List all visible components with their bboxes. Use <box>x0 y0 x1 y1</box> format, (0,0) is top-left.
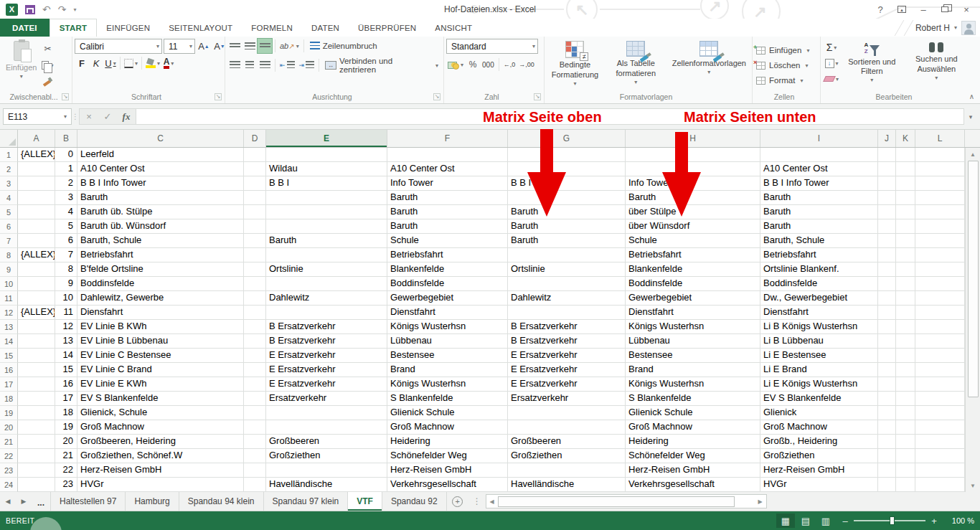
dialog-launcher-icon[interactable]: ↘ <box>215 93 222 100</box>
cell-H5[interactable]: über Stülpe <box>626 205 760 219</box>
cell-I16[interactable]: Li E Brand <box>760 363 878 377</box>
cell-G10[interactable] <box>508 277 626 291</box>
cell-L15[interactable] <box>915 349 965 363</box>
cell-E24[interactable]: Havelländische <box>266 478 387 492</box>
cell-C2[interactable]: A10 Center Ost <box>77 162 244 176</box>
shrink-font-button[interactable]: A▼ <box>212 39 227 54</box>
cell-F22[interactable]: Schönefelder Weg <box>387 449 508 463</box>
cell-D21[interactable] <box>244 435 266 449</box>
row-header-14[interactable]: 14 <box>0 334 18 349</box>
cell-J2[interactable] <box>878 162 896 176</box>
cell-D20[interactable] <box>244 420 266 435</box>
fill-color-button[interactable] <box>144 56 161 70</box>
cell-J21[interactable] <box>878 435 896 449</box>
cell-D10[interactable] <box>244 277 266 291</box>
cell-E17[interactable]: E Ersatzverkehr <box>266 377 387 392</box>
cell-A15[interactable] <box>18 349 55 363</box>
cell-G13[interactable]: B Ersatzverkehr <box>508 320 626 334</box>
sheet-tab-haltestellen-97[interactable]: Haltestellen 97 <box>50 492 126 511</box>
cell-E22[interactable]: Großziethen <box>266 449 387 463</box>
cell-D22[interactable] <box>244 449 266 463</box>
cell-E21[interactable]: Großbeeren <box>266 435 387 449</box>
cell-A9[interactable] <box>18 262 55 277</box>
cell-styles-button[interactable]: Zellenformatvorlagen▾ <box>669 39 750 76</box>
help-button[interactable]: ? <box>871 2 890 16</box>
row-header-1[interactable]: 1 <box>0 148 18 162</box>
cell-F11[interactable]: Gewerbegebiet <box>387 291 508 306</box>
cell-K3[interactable] <box>896 176 915 191</box>
save-icon[interactable] <box>25 5 35 14</box>
column-header-I[interactable]: I <box>760 130 878 147</box>
tab-datei[interactable]: DATEI <box>0 19 50 37</box>
cell-K16[interactable] <box>896 363 915 377</box>
underline-button[interactable]: U <box>103 56 118 70</box>
cell-C16[interactable]: EV Linie C Brand <box>77 363 244 377</box>
cell-K1[interactable] <box>896 148 915 162</box>
cell-L19[interactable] <box>915 406 965 420</box>
minimize-button[interactable]: – <box>914 2 933 16</box>
sheet-tab-spandau-97-klein[interactable]: Spandau 97 klein <box>264 492 349 511</box>
cell-H8[interactable]: Betriebsfahrt <box>626 248 760 262</box>
row-header-5[interactable]: 5 <box>0 205 18 219</box>
tab-start[interactable]: START <box>50 19 97 37</box>
cell-E18[interactable]: Ersatzverkehr <box>266 392 387 406</box>
cell-I17[interactable]: Li E Königs Wusterhsn <box>760 377 878 392</box>
cell-K9[interactable] <box>896 262 915 277</box>
cell-A2[interactable] <box>18 162 55 176</box>
name-box[interactable]: E113▾ <box>3 108 72 125</box>
cell-J22[interactable] <box>878 449 896 463</box>
cell-B16[interactable]: 15 <box>55 363 77 377</box>
cell-B15[interactable]: 14 <box>55 349 77 363</box>
delete-cells-button[interactable]: ×Löschen <box>755 58 810 73</box>
undo-icon[interactable]: ↶ <box>42 4 51 14</box>
cell-F6[interactable]: Baruth <box>387 219 508 234</box>
sheet-tab-hamburg[interactable]: Hamburg <box>126 492 179 511</box>
tab-einfuegen[interactable]: EINFÜGEN <box>97 19 159 37</box>
cell-C1[interactable]: Leerfeld <box>77 148 244 162</box>
cell-E6[interactable] <box>266 219 387 234</box>
cell-C4[interactable]: Baruth <box>77 191 244 205</box>
cell-F8[interactable]: Betriebsfahrt <box>387 248 508 262</box>
cell-E15[interactable]: E Ersatzverkehr <box>266 349 387 363</box>
cell-I9[interactable]: Ortslinie Blankenf. <box>760 262 878 277</box>
cell-J17[interactable] <box>878 377 896 392</box>
cell-I7[interactable]: Baruth, Schule <box>760 234 878 248</box>
row-header-13[interactable]: 13 <box>0 320 18 334</box>
cell-H1[interactable] <box>626 148 760 162</box>
cell-G11[interactable]: Dahlewitz <box>508 291 626 306</box>
italic-button[interactable]: K <box>89 56 103 70</box>
cell-L6[interactable] <box>915 219 965 234</box>
cell-H18[interactable]: S Blankenfelde <box>626 392 760 406</box>
cell-I20[interactable]: Groß Machnow <box>760 420 878 435</box>
cell-F24[interactable]: Verkehrsgesellschaft <box>387 478 508 492</box>
horizontal-scroll-thumb[interactable] <box>498 496 735 507</box>
column-header-E[interactable]: E <box>266 130 387 147</box>
cell-D11[interactable] <box>244 291 266 306</box>
cell-H7[interactable]: Schule <box>626 234 760 248</box>
cell-H11[interactable]: Gewerbegebiet <box>626 291 760 306</box>
cell-E9[interactable]: Ortslinie <box>266 262 387 277</box>
cell-G12[interactable] <box>508 306 626 320</box>
cell-B19[interactable]: 18 <box>55 406 77 420</box>
cell-A19[interactable] <box>18 406 55 420</box>
cell-A3[interactable] <box>18 176 55 191</box>
cell-E14[interactable]: B Ersatzverkehr <box>266 334 387 349</box>
cell-J16[interactable] <box>878 363 896 377</box>
cell-E13[interactable]: B Ersatzverkehr <box>266 320 387 334</box>
cell-E10[interactable] <box>266 277 387 291</box>
column-header-B[interactable]: B <box>55 130 77 147</box>
cell-L4[interactable] <box>915 191 965 205</box>
cell-D15[interactable] <box>244 349 266 363</box>
cell-L22[interactable] <box>915 449 965 463</box>
qat-customize-icon[interactable]: ▾ <box>73 6 76 13</box>
font-size-combo[interactable]: 11▾ <box>164 39 195 54</box>
cell-F1[interactable] <box>387 148 508 162</box>
cell-I14[interactable]: Li B Lübbenau <box>760 334 878 349</box>
cell-C21[interactable]: Großbeeren, Heidering <box>77 435 244 449</box>
cell-A1[interactable]: {ALLEX} <box>18 148 55 162</box>
ribbon-display-options-button[interactable]: ▴ <box>892 2 911 16</box>
cell-I8[interactable]: Betriebsfahrt <box>760 248 878 262</box>
cell-D13[interactable] <box>244 320 266 334</box>
paste-button[interactable]: Einfügen ▾ <box>2 39 40 80</box>
cell-I10[interactable]: Boddinsfelde <box>760 277 878 291</box>
